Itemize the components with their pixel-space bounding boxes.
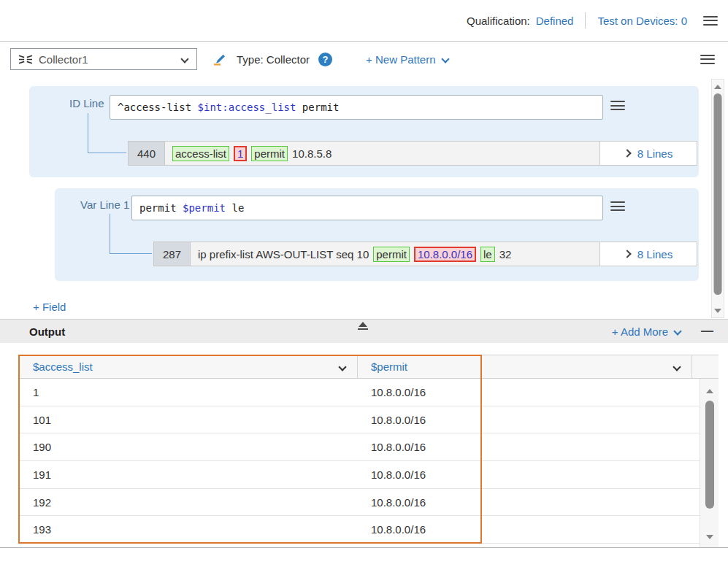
chevron-right-icon — [623, 149, 631, 157]
chevron-down-icon — [180, 55, 188, 63]
output-title: Output — [29, 325, 65, 338]
collector-select-value: Collector1 — [39, 53, 88, 66]
table-cell: 10.8.0.0/16 — [358, 414, 426, 426]
id-line-match-row: 440 access-list1permit10.8.5.8 8 Lines — [128, 141, 697, 166]
chevron-down-icon — [673, 327, 681, 335]
help-icon[interactable]: ? — [318, 53, 332, 66]
scroll-up-icon[interactable] — [706, 389, 713, 393]
minimize-icon[interactable]: — — [701, 324, 713, 339]
pattern-token-plain: le — [226, 202, 244, 214]
var-line-expand-lines-button[interactable]: 8 Lines — [599, 242, 697, 266]
edit-pencil-icon[interactable] — [212, 52, 226, 66]
lines-count-label: 8 Lines — [637, 147, 673, 160]
table-row[interactable]: 10110.8.0.0/16 — [18, 406, 700, 434]
output-table-scrollbar[interactable] — [700, 379, 719, 547]
table-row[interactable]: 19310.8.0.0/16 — [18, 516, 700, 544]
collector-icon — [18, 54, 33, 65]
scrollbar-thumb[interactable] — [714, 93, 722, 295]
add-more-label: + Add More — [612, 325, 668, 338]
var-line-menu-icon[interactable] — [610, 201, 625, 211]
table-row[interactable]: 19110.8.0.0/16 — [18, 461, 700, 489]
scroll-down-icon[interactable] — [706, 535, 713, 539]
match-segment-none: 10.8.5.8 — [292, 147, 332, 161]
table-cell: 10.8.0.0/16 — [358, 386, 426, 398]
pattern-toolbar: Collector1 Type: Collector ? + New Patte… — [0, 42, 728, 77]
scrollbar-thumb[interactable] — [705, 401, 714, 509]
match-segment-none: ip prefix-list AWS-OUT-LIST seq 10 — [198, 247, 369, 261]
table-row[interactable]: 110.8.0.0/16 — [18, 379, 700, 406]
divider — [585, 12, 586, 28]
match-text: ip prefix-list AWS-OUT-LIST seq 10permit… — [191, 242, 599, 266]
match-segment-green: permit — [373, 247, 410, 262]
column-name: $permit — [371, 360, 407, 373]
table-cell: 1 — [18, 386, 358, 398]
match-segment-red: 10.8.0.0/16 — [414, 247, 476, 262]
new-pattern-button[interactable]: + New Pattern — [366, 53, 448, 66]
match-segment-green: access-list — [172, 146, 229, 161]
match-segment-none: 32 — [499, 247, 512, 261]
menu-icon[interactable] — [700, 55, 715, 64]
column-header-access-list[interactable]: $access_list — [18, 355, 358, 378]
scroll-down-icon[interactable] — [714, 309, 721, 313]
type-label: Type: Collector — [237, 53, 310, 66]
table-cell: 190 — [18, 441, 358, 453]
new-pattern-label: + New Pattern — [366, 53, 435, 66]
table-cell: 191 — [18, 468, 358, 481]
add-more-button[interactable]: + Add More — [612, 325, 681, 338]
column-name: $access_list — [33, 360, 93, 373]
collapse-panel-icon[interactable] — [358, 322, 368, 330]
var-line-label: Var Line 1 — [80, 198, 129, 211]
match-line-number: 440 — [129, 142, 165, 165]
chevron-down-icon[interactable] — [673, 363, 681, 371]
output-table-header: $access_list $permit — [18, 355, 719, 379]
id-line-menu-icon[interactable] — [610, 101, 625, 110]
pattern-token-var: $permit — [183, 202, 226, 214]
id-line-connector — [88, 113, 126, 153]
editor-scrollbar[interactable] — [711, 79, 724, 318]
var-line-match-row: 287 ip prefix-list AWS-OUT-LIST seq 10pe… — [153, 242, 697, 266]
top-bar: Qualification: Defined Test on Devices: … — [0, 0, 728, 42]
match-line-number: 287 — [154, 242, 191, 266]
table-cell: 10.8.0.0/16 — [358, 441, 426, 453]
table-cell: 193 — [18, 523, 358, 536]
lines-count-label: 8 Lines — [637, 248, 673, 261]
pattern-token-var: $int:access_list — [198, 101, 296, 113]
chevron-down-icon[interactable] — [338, 363, 346, 371]
column-header-spacer — [692, 355, 719, 378]
table-row[interactable]: 19010.8.0.0/16 — [18, 433, 700, 461]
scroll-up-icon[interactable] — [714, 85, 721, 89]
pattern-token-plain: permit — [296, 101, 339, 113]
qualification-value-link[interactable]: Defined — [536, 15, 574, 27]
pattern-editor: ID Line ^access-list $int:access_list pe… — [0, 77, 728, 319]
table-row[interactable]: 19210.8.0.0/16 — [18, 489, 700, 517]
match-segment-red: 1 — [234, 146, 247, 161]
chevron-right-icon — [623, 250, 631, 258]
table-cell: 10.8.0.0/16 — [358, 523, 426, 536]
match-text: access-list1permit10.8.5.8 — [165, 142, 599, 165]
id-line-expand-lines-button[interactable]: 8 Lines — [599, 142, 697, 165]
pattern-token-plain: permit — [139, 202, 183, 214]
id-line-label: ID Line — [69, 97, 104, 109]
id-line-pattern-input[interactable]: ^access-list $int:access_list permit — [110, 95, 603, 120]
column-header-permit[interactable]: $permit — [358, 355, 692, 378]
table-cell: 192 — [18, 496, 358, 509]
match-segment-green: le — [480, 247, 495, 262]
section-divider — [0, 547, 728, 548]
table-cell: 101 — [18, 414, 358, 426]
output-table-body: 110.8.0.0/1610110.8.0.0/1619010.8.0.0/16… — [18, 379, 700, 544]
var-line-pattern-input[interactable]: permit $permit le — [131, 196, 603, 220]
qualification-label: Qualification: — [467, 15, 530, 27]
collector-select[interactable]: Collector1 — [10, 48, 197, 70]
table-cell: 10.8.0.0/16 — [358, 468, 426, 481]
test-on-devices-link[interactable]: Test on Devices: 0 — [597, 15, 687, 27]
var-line-connector — [110, 214, 152, 254]
match-segment-green: permit — [251, 146, 288, 161]
chevron-down-icon — [441, 55, 449, 63]
menu-icon[interactable] — [703, 16, 718, 26]
table-cell: 10.8.0.0/16 — [358, 496, 426, 509]
output-header-bar: Output + Add More — — [0, 319, 728, 343]
add-field-button[interactable]: + Field — [33, 301, 66, 313]
pattern-token-plain: ^access-list — [118, 101, 198, 113]
